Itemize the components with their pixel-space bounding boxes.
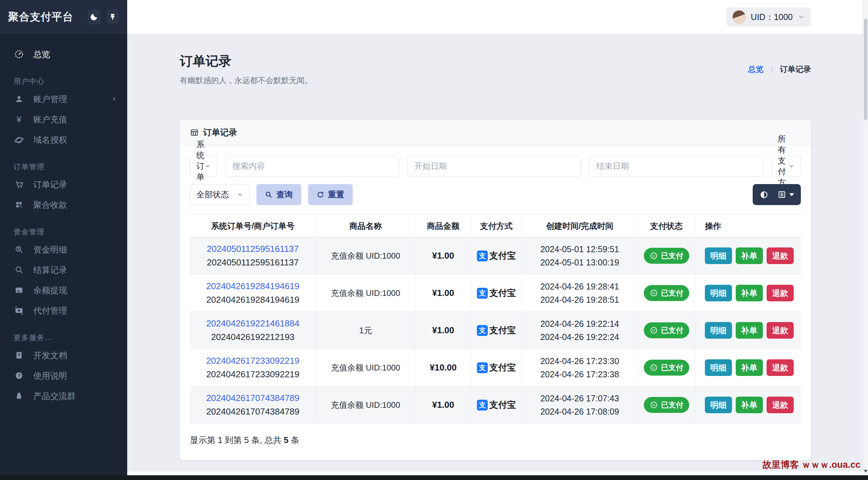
pay-method-label: 支付宝 [489,287,516,299]
sidebar-section-fund-manage: 资金管理 [0,224,127,239]
user-menu[interactable]: UID：1000 [726,7,811,26]
page-head: 订单记录 有幽默感的人，永远都不会默默无闻。 总览 订单记录 [180,53,811,86]
table-row: 202404261922146188420240426192212193 1元 … [190,312,801,349]
table-row: 20240426170743847892024042617074384789 充… [190,386,801,424]
status-badge: 已支付 [644,248,689,264]
sidebar-item-label: 代付管理 [33,305,67,316]
page-title: 订单记录 [180,53,312,70]
breadcrumb-current: 订单记录 [780,64,811,75]
moon-icon [90,13,98,21]
columns-icon [777,190,786,199]
card-header: 订单记录 [180,120,811,145]
sidebar-item-domain-auth[interactable]: 域名授权 [0,129,127,150]
reissue-button[interactable]: 补单 [736,397,763,413]
sidebar-item-account-recharge[interactable]: ¥ 账户充值 [0,109,127,129]
system-order-link[interactable]: 2024042619284194619 [190,281,316,292]
theme-button[interactable] [106,9,119,25]
query-button-label: 查询 [276,189,293,200]
status-badge: 已支付 [644,285,689,301]
completed-time: 2024-04-26 17:08:09 [522,405,637,418]
search-dollar-icon: $ [14,245,24,254]
column-header: 支付方式 [471,215,521,237]
scrollbar-down-arrow[interactable] [864,470,868,473]
reissue-button[interactable]: 补单 [736,285,763,301]
completed-time: 2024-05-01 13:00:19 [522,256,637,269]
status-select[interactable]: 全部状态 [190,184,250,205]
filter-row-2: 全部状态 查询 重置 [190,184,801,205]
refund-button[interactable]: 退款 [767,359,794,376]
detail-button[interactable]: 明细 [705,285,732,301]
sidebar-item-product-group[interactable]: 产品交流群 [0,386,127,406]
created-time: 2024-04-26 17:07:43 [522,392,637,405]
smiley-icon [650,289,658,297]
product-amount: ¥1.00 [432,288,454,298]
status-label: 已支付 [661,400,683,410]
end-date-input[interactable] [589,156,763,177]
sidebar-item-payout-manage[interactable]: 代付管理 [0,300,127,321]
app-logo: 聚合支付平台 [8,10,73,24]
refund-button[interactable]: 退款 [767,247,794,264]
toggle-view-button[interactable] [759,190,769,199]
summary-suffix: 条 [291,435,299,445]
pay-method-select[interactable]: 所有支付方式 [771,156,801,177]
sidebar-item-fund-details[interactable]: $ 资金明细 [0,239,127,260]
card-body: 系统订单号 所有支付方式 全部状态 [180,145,811,460]
sidebar-item-order-records[interactable]: 订单记录 [0,174,127,195]
table-tools [753,184,801,205]
column-header: 系统订单号/商户订单号 [190,215,316,237]
sidebar-item-account-manage[interactable]: 账户管理 [0,89,127,109]
pay-method-label: 支付宝 [489,399,516,411]
refund-button[interactable]: 退款 [767,397,794,413]
refresh-icon [316,191,324,199]
column-header: 商品金额 [416,215,471,237]
table-row: 20240426192841946192024042619284194619 充… [190,275,801,312]
dark-mode-button[interactable] [88,9,101,25]
chevron-down-icon [797,13,805,21]
main-area: UID：1000 订单记录 有幽默感的人，永远都不会默默无闻。 总览 订单记录 [127,0,868,475]
system-order-link[interactable]: 2024042617074384789 [190,393,316,403]
pay-method-label: 支付宝 [489,362,516,374]
detail-button[interactable]: 明细 [705,247,732,264]
sidebar-item-balance-withdraw[interactable]: 余额提现 [0,280,127,300]
sidebar-item-label: 产品交流群 [33,391,76,402]
sidebar-item-settlement-records[interactable]: 结算记录 [0,260,127,280]
detail-button[interactable]: 明细 [705,322,732,339]
columns-dropdown-button[interactable] [777,190,794,199]
breadcrumb-home-link[interactable]: 总览 [748,64,764,75]
reissue-button[interactable]: 补单 [736,359,763,376]
status-label: 已支付 [661,288,683,298]
sidebar-item-dev-docs[interactable]: 开发文档 [0,345,127,365]
reissue-button[interactable]: 补单 [736,322,763,339]
system-order-link[interactable]: 2024042617233092219 [190,356,316,366]
detail-button[interactable]: 明细 [705,397,732,413]
scrollbar-thumb[interactable] [864,19,867,120]
search-input[interactable] [225,156,399,177]
created-time: 2024-04-26 17:23:30 [522,355,637,368]
search-icon [14,265,24,274]
merchant-order-no: 2024042619284194619 [190,295,316,305]
svg-text:?: ? [18,373,20,378]
sidebar-item-aggregate-collection[interactable]: 聚合收款 [0,195,127,215]
completed-time: 2024-04-26 19:28:51 [522,293,637,306]
breadcrumb: 总览 订单记录 [748,64,811,75]
system-order-link[interactable]: 2024042619221461884 [190,318,316,329]
detail-button[interactable]: 明细 [705,359,732,376]
system-order-link[interactable]: 2024050112595161137 [190,244,316,254]
vertical-scrollbar[interactable] [863,0,868,475]
sidebar-item-user-guide[interactable]: ? 使用说明 [0,365,127,386]
order-type-select[interactable]: 系统订单号 [190,156,217,177]
reissue-button[interactable]: 补单 [736,247,763,264]
query-button[interactable]: 查询 [256,184,301,205]
brush-icon [109,13,117,21]
start-date-input[interactable] [407,156,581,177]
chevron-down-icon [205,163,211,169]
app-window: 聚合支付平台 总览 用户中心 [0,0,868,475]
product-name: 充值余额 UID:1000 [331,288,400,298]
refund-button[interactable]: 退款 [767,285,794,301]
sidebar-item-overview[interactable]: 总览 [0,44,127,64]
refund-button[interactable]: 退款 [767,322,794,339]
reset-button[interactable]: 重置 [308,184,353,205]
product-amount: ¥1.00 [432,325,454,335]
sidebar-section-user-center: 用户中心 [0,74,127,89]
gauge-icon [14,49,24,59]
